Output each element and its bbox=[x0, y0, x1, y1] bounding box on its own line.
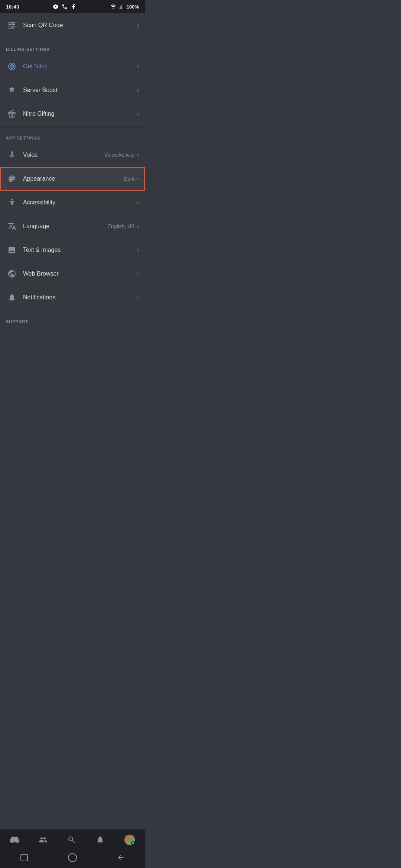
appearance-value: Dark bbox=[124, 176, 135, 182]
signal-icon bbox=[118, 4, 124, 10]
web-browser-item[interactable]: Web Browser › bbox=[0, 262, 145, 286]
scan-qr-label: Scan QR Code bbox=[23, 22, 137, 29]
voice-chevron: › bbox=[137, 152, 139, 158]
svg-rect-1 bbox=[120, 6, 121, 9]
voice-value: Voice Activity bbox=[104, 152, 135, 158]
wifi-icon bbox=[110, 4, 116, 10]
appearance-label: Appearance bbox=[23, 175, 124, 182]
appearance-item[interactable]: Appearance Dark › bbox=[0, 167, 145, 191]
get-nitro-label: Get Nitro bbox=[23, 63, 137, 70]
web-browser-label: Web Browser bbox=[23, 270, 137, 277]
nitro-icon bbox=[6, 60, 18, 72]
nitro-gifting-chevron: › bbox=[137, 111, 139, 117]
language-label: Language bbox=[23, 223, 108, 230]
voice-label: Voice bbox=[23, 152, 104, 158]
divider-2 bbox=[0, 127, 145, 128]
voice-item[interactable]: Voice Voice Activity › bbox=[0, 143, 145, 167]
support-header: SUPPORT bbox=[0, 313, 145, 327]
qr-icon bbox=[6, 19, 18, 31]
text-images-label: Text & Images bbox=[23, 247, 137, 253]
scan-qr-item[interactable]: Scan QR Code › bbox=[0, 13, 145, 37]
divider-3 bbox=[0, 311, 145, 311]
appearance-icon bbox=[6, 173, 18, 185]
billing-settings-header: BILLING SETTINGS bbox=[0, 40, 145, 55]
battery-level: 100% bbox=[127, 4, 139, 10]
text-images-chevron: › bbox=[137, 247, 139, 253]
language-icon bbox=[6, 220, 18, 232]
notifications-item[interactable]: Notifications › bbox=[0, 286, 145, 309]
phone-icon bbox=[62, 4, 68, 10]
server-boost-icon bbox=[6, 84, 18, 96]
svg-point-5 bbox=[11, 199, 13, 200]
server-boost-label: Server Boost bbox=[23, 87, 137, 93]
text-images-item[interactable]: Text & Images › bbox=[0, 238, 145, 262]
status-bar: 10:43 100% bbox=[0, 0, 145, 13]
server-boost-chevron: › bbox=[137, 87, 139, 93]
accessibility-label: Accessibility bbox=[23, 199, 137, 206]
youtube-icon bbox=[53, 4, 59, 10]
status-icons bbox=[53, 4, 76, 10]
language-value: English, US bbox=[108, 223, 135, 229]
accessibility-item[interactable]: Accessibility › bbox=[0, 191, 145, 214]
web-browser-icon bbox=[6, 268, 18, 280]
get-nitro-item[interactable]: Get Nitro › bbox=[0, 55, 145, 78]
notifications-icon bbox=[6, 292, 18, 303]
web-browser-chevron: › bbox=[137, 270, 139, 277]
svg-rect-0 bbox=[118, 8, 119, 9]
text-images-icon bbox=[6, 244, 18, 256]
gift-icon bbox=[6, 108, 18, 120]
accessibility-icon bbox=[6, 197, 18, 208]
main-content: Scan QR Code › BILLING SETTINGS Get Nitr… bbox=[0, 13, 145, 371]
appearance-chevron: › bbox=[137, 175, 139, 182]
accessibility-chevron: › bbox=[137, 199, 139, 206]
status-right: 100% bbox=[110, 4, 139, 10]
facebook-icon bbox=[71, 4, 76, 10]
svg-rect-3 bbox=[122, 7, 123, 9]
divider-1 bbox=[0, 39, 145, 39]
get-nitro-chevron: › bbox=[137, 63, 139, 70]
language-item[interactable]: Language English, US › bbox=[0, 214, 145, 238]
server-boost-item[interactable]: Server Boost › bbox=[0, 78, 145, 102]
scan-qr-chevron: › bbox=[137, 22, 139, 29]
svg-rect-2 bbox=[121, 5, 122, 9]
nitro-gifting-label: Nitro Gifting bbox=[23, 111, 137, 117]
notifications-label: Notifications bbox=[23, 294, 137, 301]
nitro-gifting-item[interactable]: Nitro Gifting › bbox=[0, 102, 145, 126]
app-settings-header: APP SETTINGS bbox=[0, 129, 145, 143]
mic-icon bbox=[6, 149, 18, 161]
status-time: 10:43 bbox=[6, 4, 19, 10]
notifications-chevron: › bbox=[137, 294, 139, 301]
language-chevron: › bbox=[137, 223, 139, 230]
